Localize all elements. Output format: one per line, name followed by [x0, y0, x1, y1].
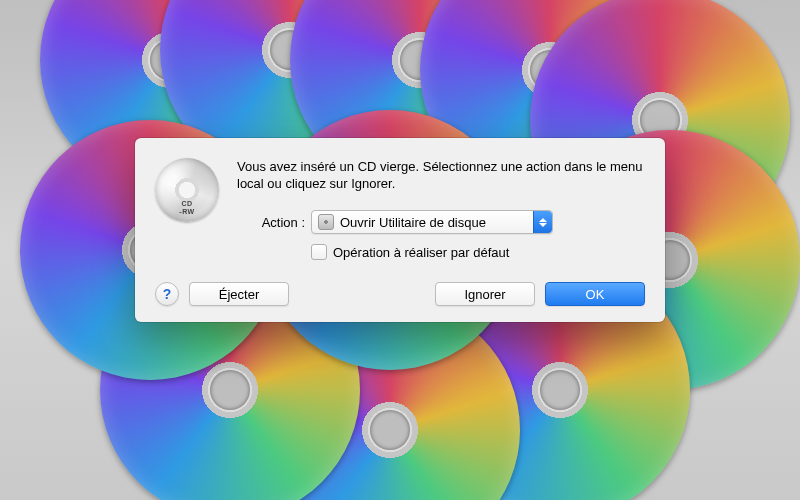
disk-utility-icon — [318, 214, 334, 230]
action-popup[interactable]: Ouvrir Utilitaire de disque — [311, 210, 553, 234]
cd-icon-label-bottom: -RW — [179, 208, 194, 215]
eject-button-label: Éjecter — [219, 287, 259, 302]
default-action-checkbox[interactable] — [311, 244, 327, 260]
popup-arrows-icon — [533, 211, 552, 233]
ignore-button-label: Ignorer — [464, 287, 505, 302]
cd-icon-label-top: CD — [181, 200, 192, 207]
ignore-button[interactable]: Ignorer — [435, 282, 535, 306]
default-action-checkbox-label: Opération à réaliser par défaut — [333, 245, 509, 260]
cd-rw-icon: CD -RW — [155, 158, 219, 222]
action-label: Action : — [237, 215, 311, 230]
dialog-icon-wrap: CD -RW — [155, 158, 219, 260]
ok-button[interactable]: OK — [545, 282, 645, 306]
action-popup-value: Ouvrir Utilitaire de disque — [340, 215, 486, 230]
blank-cd-dialog: CD -RW Vous avez inséré un CD vierge. Sé… — [135, 138, 665, 322]
eject-button[interactable]: Éjecter — [189, 282, 289, 306]
ok-button-label: OK — [586, 287, 605, 302]
help-icon: ? — [163, 286, 172, 302]
dialog-message: Vous avez inséré un CD vierge. Sélection… — [237, 158, 645, 192]
desktop-background: CD -RW Vous avez inséré un CD vierge. Sé… — [0, 0, 800, 500]
help-button[interactable]: ? — [155, 282, 179, 306]
cd-icon-label: CD -RW — [155, 200, 219, 216]
